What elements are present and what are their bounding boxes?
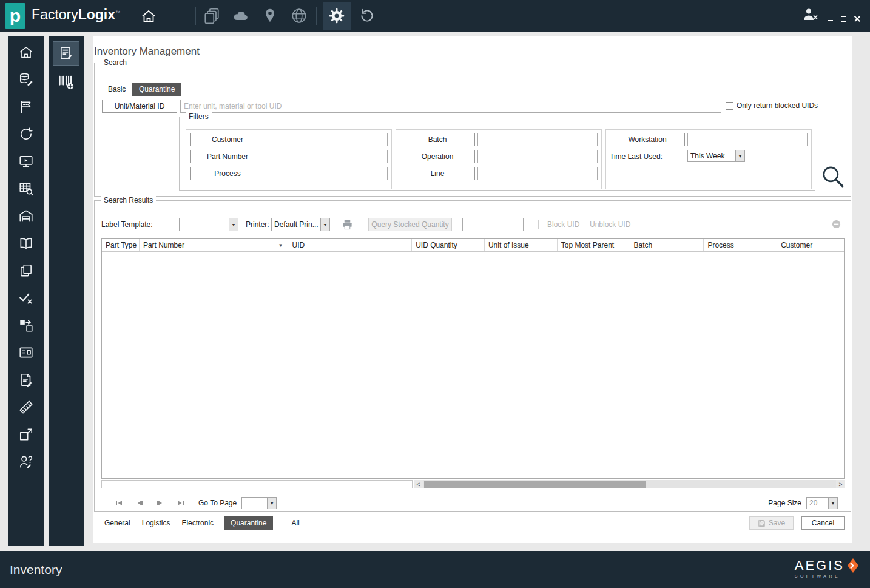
column-header-part-type[interactable]: Part Type: [102, 239, 140, 251]
time-last-used-select[interactable]: This Week ▼: [687, 150, 745, 162]
process-filter-button[interactable]: Process: [190, 167, 265, 180]
refresh-icon[interactable]: [18, 126, 34, 142]
documentation-icon[interactable]: [18, 235, 34, 251]
copy-icon[interactable]: [18, 263, 34, 279]
column-header-uid[interactable]: UID: [288, 239, 412, 251]
home-icon[interactable]: [18, 44, 34, 60]
next-page-button[interactable]: [153, 497, 167, 509]
block-uid-button[interactable]: Block UID: [547, 218, 579, 231]
production-icon[interactable]: [18, 99, 34, 115]
column-header-unit-of-issue[interactable]: Unit of Issue: [485, 239, 558, 251]
sort-descending-icon[interactable]: ▼: [278, 243, 283, 248]
tab-all[interactable]: All: [290, 519, 300, 527]
design-icon[interactable]: [18, 399, 34, 415]
scrollbar-thumb[interactable]: [424, 481, 646, 488]
tab-logistics[interactable]: Logistics: [141, 519, 172, 527]
notes-icon[interactable]: [18, 372, 34, 388]
column-header-customer[interactable]: Customer: [777, 239, 844, 251]
column-header-top-most-parent[interactable]: Top Most Parent: [558, 239, 630, 251]
materials-icon[interactable]: [18, 72, 34, 87]
unblock-uid-button[interactable]: Unblock UID: [590, 218, 630, 231]
home-icon[interactable]: [140, 7, 158, 25]
part-number-filter-input[interactable]: [268, 150, 388, 163]
maximize-button[interactable]: [841, 16, 846, 22]
titlebar-separator: [316, 7, 317, 25]
location-icon[interactable]: [261, 7, 279, 25]
chevron-down-icon[interactable]: ▼: [320, 218, 329, 231]
documents-icon[interactable]: [203, 7, 221, 25]
transfer-icon[interactable]: [18, 317, 34, 333]
save-icon: [758, 519, 766, 527]
barcode-add-icon[interactable]: [57, 73, 75, 91]
minimize-button[interactable]: [828, 20, 833, 21]
column-header-uid-quantity[interactable]: UID Quantity: [412, 239, 485, 251]
settings-gear-tile[interactable]: [323, 2, 351, 30]
batch-filter-button[interactable]: Batch: [400, 133, 475, 146]
print-icon[interactable]: [342, 219, 353, 232]
line-filter-input[interactable]: [477, 167, 598, 180]
unit-material-id-button[interactable]: Unit/Material ID: [102, 100, 177, 113]
operator-help-icon[interactable]: [18, 454, 34, 470]
data-grid-icon[interactable]: [18, 181, 34, 197]
filters-group: Filters Customer Part Number Process Bat…: [179, 117, 815, 191]
pinned-columns-scrollbar[interactable]: [101, 480, 413, 488]
cancel-button[interactable]: Cancel: [801, 516, 845, 530]
line-filter-button[interactable]: Line: [400, 167, 475, 180]
stocked-quantity-input[interactable]: [462, 218, 524, 231]
warehouse-icon[interactable]: [18, 208, 34, 224]
customer-filter-button[interactable]: Customer: [190, 133, 265, 146]
id-card-icon[interactable]: [18, 345, 34, 360]
page-title: Inventory Management: [94, 46, 200, 58]
tab-electronic[interactable]: Electronic: [180, 519, 215, 527]
tab-basic[interactable]: Basic: [104, 83, 129, 96]
unit-search-input[interactable]: [180, 100, 721, 113]
inventory-review-tile[interactable]: [53, 41, 79, 66]
column-header-batch[interactable]: Batch: [630, 239, 704, 251]
search-button[interactable]: [820, 164, 846, 189]
process-filter-input[interactable]: [268, 167, 388, 180]
chevron-down-icon[interactable]: ▼: [267, 498, 276, 509]
scrollbar-track[interactable]: [423, 480, 836, 488]
user-block-icon[interactable]: [801, 6, 819, 24]
part-number-filter-button[interactable]: Part Number: [190, 150, 265, 163]
go-to-page-select[interactable]: ▼: [241, 497, 277, 509]
cloud-icon[interactable]: [232, 7, 250, 25]
workstation-filter-button[interactable]: Workstation: [610, 133, 685, 146]
column-header-part-number[interactable]: Part Number▼: [140, 239, 289, 251]
label-template-select[interactable]: ▼: [179, 218, 238, 231]
previous-page-button[interactable]: [133, 497, 146, 509]
scroll-left-icon[interactable]: <: [414, 480, 423, 488]
search-results-label: Search Results: [101, 196, 156, 204]
operation-filter-input[interactable]: [477, 150, 598, 163]
chevron-down-icon[interactable]: ▼: [828, 498, 837, 509]
scroll-right-icon[interactable]: >: [836, 480, 845, 488]
workstation-filter-input[interactable]: [687, 133, 808, 146]
close-button[interactable]: [854, 16, 860, 22]
remove-circle-icon[interactable]: [832, 220, 841, 233]
first-page-button[interactable]: [112, 497, 126, 509]
column-header-process[interactable]: Process: [704, 239, 777, 251]
batch-filter-input[interactable]: [477, 133, 598, 146]
history-icon[interactable]: [358, 7, 376, 25]
printer-select[interactable]: Default Prin...▼: [271, 218, 330, 231]
tab-quarantine-bottom[interactable]: Quarantine: [224, 516, 273, 530]
horizontal-scrollbar[interactable]: < >: [414, 480, 845, 488]
tab-general[interactable]: General: [103, 519, 132, 527]
status-module-label: Inventory: [10, 563, 62, 577]
brand-logo: AEGIS SOFTWARE: [795, 558, 859, 578]
validation-icon[interactable]: [18, 290, 34, 306]
save-button[interactable]: Save: [749, 516, 794, 530]
query-stocked-quantity-button[interactable]: Query Stocked Quantity: [368, 218, 452, 231]
page-size-select[interactable]: 20▼: [806, 497, 838, 509]
shipment-icon[interactable]: [18, 427, 34, 442]
operation-filter-button[interactable]: Operation: [400, 150, 475, 163]
chevron-down-icon[interactable]: ▼: [229, 218, 238, 231]
only-blocked-checkbox[interactable]: Only return blocked UIDs: [726, 101, 818, 110]
checkbox-icon[interactable]: [726, 102, 733, 110]
chevron-down-icon[interactable]: ▼: [735, 150, 744, 161]
tab-quarantine[interactable]: Quarantine: [132, 83, 181, 96]
workstation-icon[interactable]: [18, 154, 34, 169]
last-page-button[interactable]: [174, 497, 187, 509]
globe-icon[interactable]: [290, 7, 308, 25]
customer-filter-input[interactable]: [268, 133, 388, 146]
